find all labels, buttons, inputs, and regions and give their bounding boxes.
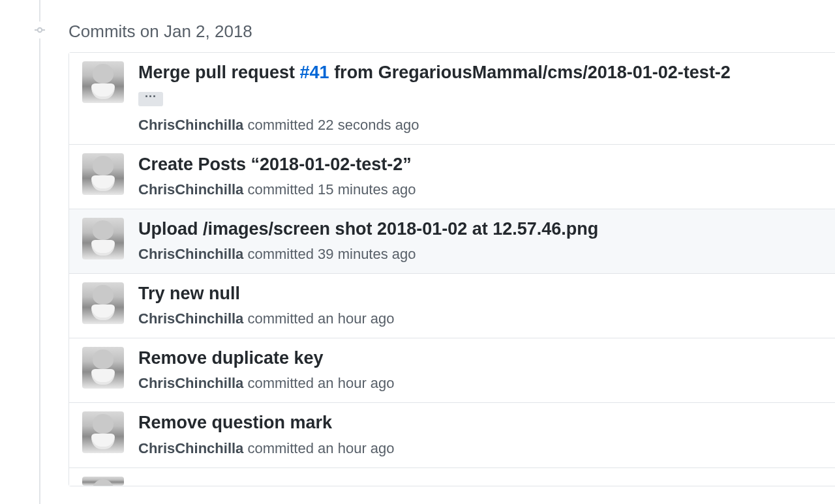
commit-time-ago: an hour ago xyxy=(318,375,394,391)
avatar[interactable] xyxy=(82,411,124,453)
commit-time-ago: an hour ago xyxy=(318,440,394,456)
commit-title-prefix: Merge pull request xyxy=(138,63,300,82)
commit-meta: ChrisChinchilla committed 39 minutes ago xyxy=(138,243,822,265)
commit-main: Remove duplicate key ChrisChinchilla com… xyxy=(138,347,822,394)
commit-title[interactable]: Remove duplicate key xyxy=(138,347,822,370)
timeline-line xyxy=(39,0,40,504)
commit-row: Merge pull request #41 from GregariousMa… xyxy=(69,53,835,144)
committed-label: committed xyxy=(247,310,313,327)
avatar[interactable] xyxy=(82,218,124,259)
commit-main: Try new null ChrisChinchilla committed a… xyxy=(138,282,822,329)
commit-main xyxy=(138,477,822,486)
commit-row: Try new null ChrisChinchilla committed a… xyxy=(69,273,835,338)
commit-main: Merge pull request #41 from GregariousMa… xyxy=(138,61,822,136)
commit-meta: ChrisChinchilla committed an hour ago xyxy=(138,308,822,329)
expand-description-button[interactable]: ··· xyxy=(138,92,163,106)
committed-label: committed xyxy=(247,117,313,133)
commit-time-ago: 22 seconds ago xyxy=(318,117,419,133)
commit-title[interactable]: Merge pull request #41 from GregariousMa… xyxy=(138,61,822,84)
commit-title[interactable]: Try new null xyxy=(138,282,822,305)
commit-time-ago: 15 minutes ago xyxy=(318,181,416,198)
commit-author[interactable]: ChrisChinchilla xyxy=(138,117,243,133)
avatar[interactable] xyxy=(82,347,124,389)
commit-row xyxy=(69,467,835,486)
svg-point-0 xyxy=(38,28,42,32)
commit-group-title: Commits on Jan 2, 2018 xyxy=(68,19,252,44)
commit-row: Remove duplicate key ChrisChinchilla com… xyxy=(69,338,835,402)
commit-meta: ChrisChinchilla committed 15 minutes ago xyxy=(138,179,822,200)
avatar[interactable] xyxy=(82,282,124,324)
commit-author[interactable]: ChrisChinchilla xyxy=(138,310,243,327)
commit-meta: ChrisChinchilla committed an hour ago xyxy=(138,437,822,459)
commit-row: Upload /images/screen shot 2018-01-02 at… xyxy=(69,209,835,273)
commit-time-ago: 39 minutes ago xyxy=(318,246,416,262)
commit-main: Create Posts “2018-01-02-test-2” ChrisCh… xyxy=(138,153,822,200)
avatar[interactable] xyxy=(82,477,124,486)
avatar[interactable] xyxy=(82,153,124,195)
commit-title[interactable]: Upload /images/screen shot 2018-01-02 at… xyxy=(138,218,822,241)
avatar[interactable] xyxy=(82,61,124,103)
commit-author[interactable]: ChrisChinchilla xyxy=(138,375,243,391)
commit-title[interactable]: Remove question mark xyxy=(138,411,822,434)
issue-link[interactable]: #41 xyxy=(300,63,329,82)
git-commit-icon xyxy=(35,25,45,35)
commit-list: Merge pull request #41 from GregariousMa… xyxy=(68,52,835,486)
commit-author[interactable]: ChrisChinchilla xyxy=(138,440,243,456)
committed-label: committed xyxy=(247,440,313,456)
commit-row: Remove question mark ChrisChinchilla com… xyxy=(69,402,835,467)
committed-label: committed xyxy=(247,181,313,198)
commit-meta: ChrisChinchilla committed an hour ago xyxy=(138,372,822,394)
commit-time-ago: an hour ago xyxy=(318,310,394,327)
commit-row: Create Posts “2018-01-02-test-2” ChrisCh… xyxy=(69,144,835,209)
commit-main: Upload /images/screen shot 2018-01-02 at… xyxy=(138,218,822,265)
commits-page: Commits on Jan 2, 2018 Merge pull reques… xyxy=(0,0,835,504)
commit-title-suffix: from GregariousMammal/cms/2018-01-02-tes… xyxy=(329,63,731,82)
timeline-node xyxy=(31,22,48,38)
commit-author[interactable]: ChrisChinchilla xyxy=(138,246,243,262)
committed-label: committed xyxy=(247,375,313,391)
commit-main: Remove question mark ChrisChinchilla com… xyxy=(138,411,822,458)
committed-label: committed xyxy=(247,246,313,262)
commit-title[interactable]: Create Posts “2018-01-02-test-2” xyxy=(138,153,822,176)
commit-meta: ChrisChinchilla committed 22 seconds ago xyxy=(138,114,822,136)
commit-author[interactable]: ChrisChinchilla xyxy=(138,181,243,198)
